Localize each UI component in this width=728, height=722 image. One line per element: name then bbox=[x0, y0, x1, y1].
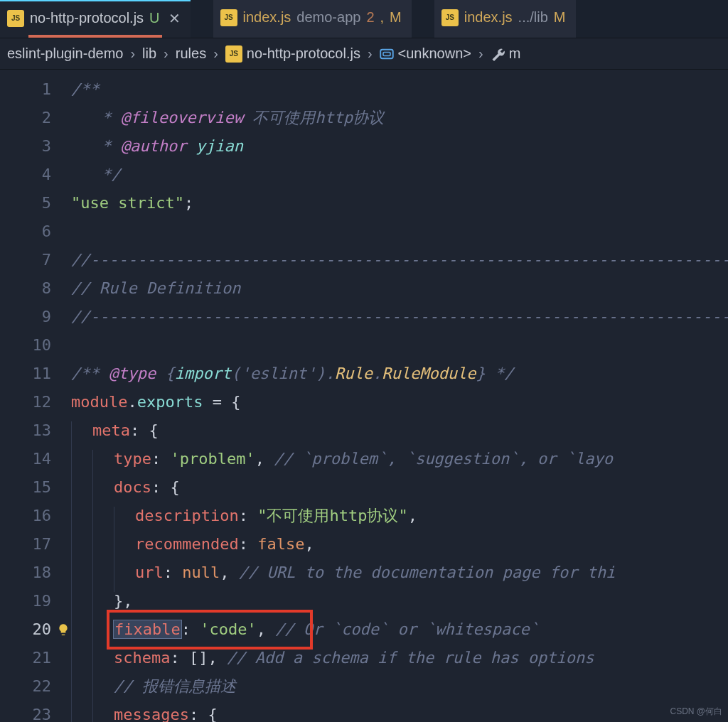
line-number: 14 bbox=[0, 445, 71, 473]
svg-rect-0 bbox=[380, 49, 393, 58]
wrench-icon bbox=[491, 47, 505, 61]
chevron-right-icon: › bbox=[474, 45, 488, 62]
tab-filename: index.js bbox=[243, 9, 291, 26]
tab-index-demo-app[interactable]: JS index.js demo-app 2, M bbox=[213, 0, 412, 38]
lightbulb-icon[interactable] bbox=[57, 623, 70, 636]
crumb-symbol-tail[interactable]: m bbox=[491, 45, 521, 62]
line-number: 21 bbox=[0, 644, 71, 672]
line-number: 4 bbox=[0, 161, 71, 189]
js-file-icon: JS bbox=[225, 45, 242, 63]
tab-dir: demo-app bbox=[296, 9, 360, 26]
chevron-right-icon: › bbox=[126, 45, 139, 62]
line-number: 1 bbox=[0, 75, 71, 104]
line-number: 13 bbox=[0, 416, 71, 445]
problem-count-badge: 2 bbox=[366, 9, 374, 26]
line-number: 12 bbox=[0, 388, 71, 416]
tab-no-http-protocol[interactable]: JS no-http-protocol.js U ✕ bbox=[0, 0, 191, 38]
line-number: 16 bbox=[0, 502, 71, 530]
watermark: CSDN @何白 bbox=[670, 706, 722, 718]
close-icon[interactable]: ✕ bbox=[168, 10, 181, 27]
crumb-symbol[interactable]: <unknown> bbox=[380, 45, 471, 62]
tab-dir: .../lib bbox=[518, 9, 548, 26]
line-number: 7 bbox=[0, 246, 71, 274]
chevron-right-icon: › bbox=[209, 45, 223, 62]
symbol-namespace-icon bbox=[380, 47, 394, 61]
line-number: 10 bbox=[0, 331, 71, 360]
line-number: 19 bbox=[0, 587, 71, 615]
line-number: 6 bbox=[0, 217, 71, 246]
line-number-gutter: 1234567891011121314151617181920212223 bbox=[0, 70, 71, 722]
chevron-right-icon: › bbox=[159, 45, 173, 62]
crumb-folder[interactable]: lib bbox=[142, 45, 156, 62]
tab-index-lib[interactable]: JS index.js .../lib M bbox=[434, 0, 576, 38]
line-number: 8 bbox=[0, 274, 71, 303]
line-number: 17 bbox=[0, 530, 71, 559]
line-number: 5 bbox=[0, 189, 71, 217]
svg-rect-1 bbox=[383, 52, 390, 55]
line-number: 2 bbox=[0, 104, 71, 132]
breadcrumb: eslint-plugin-demo › lib › rules › JS no… bbox=[0, 38, 728, 70]
line-number: 11 bbox=[0, 360, 71, 388]
line-number: 9 bbox=[0, 303, 71, 331]
line-number: 15 bbox=[0, 473, 71, 502]
chevron-right-icon: › bbox=[363, 45, 377, 62]
crumb-folder[interactable]: rules bbox=[176, 45, 206, 62]
editor-tabs: JS no-http-protocol.js U ✕ JS index.js d… bbox=[0, 0, 728, 38]
js-file-icon: JS bbox=[220, 9, 237, 26]
line-number: 22 bbox=[0, 672, 71, 701]
line-number: 20 bbox=[0, 615, 71, 644]
code-token: /** bbox=[71, 80, 100, 98]
js-file-icon: JS bbox=[7, 10, 24, 27]
code-editor[interactable]: 1234567891011121314151617181920212223 /*… bbox=[0, 70, 728, 722]
crumb-folder[interactable]: eslint-plugin-demo bbox=[7, 45, 123, 62]
vcs-status-badge: M bbox=[390, 9, 402, 26]
tab-filename: no-http-protocol.js bbox=[30, 10, 144, 26]
vcs-status-badge: M bbox=[554, 9, 566, 26]
line-number: 23 bbox=[0, 701, 71, 722]
crumb-file[interactable]: JS no-http-protocol.js bbox=[225, 45, 360, 63]
line-number: 3 bbox=[0, 132, 71, 161]
vcs-status-badge: U bbox=[149, 10, 159, 26]
tab-filename: index.js bbox=[464, 9, 513, 26]
code-area[interactable]: /** * @fileoverview 不可使用http协议 * @author… bbox=[71, 70, 728, 722]
line-number: 18 bbox=[0, 559, 71, 587]
js-file-icon: JS bbox=[441, 9, 459, 26]
